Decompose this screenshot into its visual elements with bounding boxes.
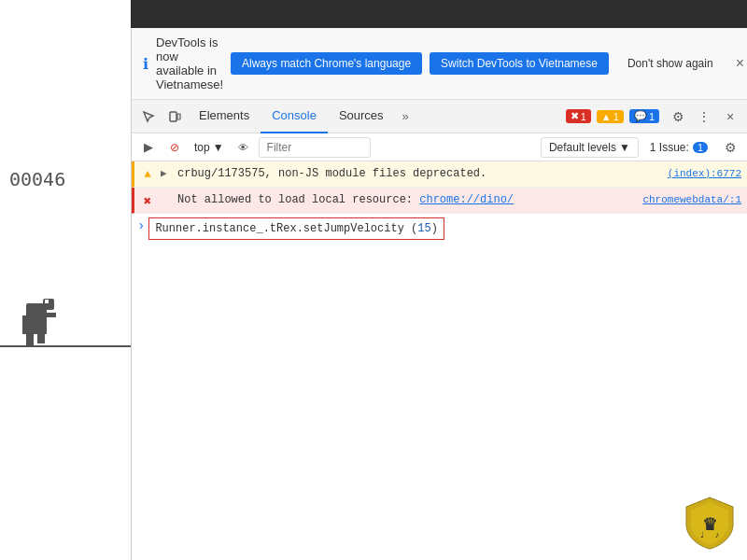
shield-icon: ♛ ♩ ♪ — [682, 495, 738, 551]
issues-label: 1 Issue: — [650, 141, 689, 154]
context-label: top — [194, 141, 210, 154]
error-badge: ✖ 1 — [566, 109, 591, 123]
eye-icon: 👁 — [238, 142, 248, 153]
console-row-error: ✖ ▶ Not allowed to load local resource: … — [132, 188, 747, 214]
inspect-icon — [142, 110, 155, 123]
error-message: Not allowed to load local resource: chro… — [177, 191, 633, 208]
warning-location[interactable]: (index):6772 — [668, 168, 741, 179]
clear-icon: ⊘ — [170, 141, 179, 154]
console-settings-icon: ⚙ — [725, 140, 737, 155]
devtools-close-button[interactable]: × — [717, 104, 743, 130]
badge-container: ✖ 1 ▲ 1 💬 1 — [566, 109, 659, 123]
lang-notification-text: DevTools is now available in Vietnamese! — [156, 35, 223, 91]
clear-console-button[interactable]: ⊘ — [163, 136, 186, 159]
tab-sources[interactable]: Sources — [328, 100, 395, 133]
warning-badge: ▲ 1 — [597, 110, 624, 123]
issues-badge-container: 1 Issue: 1 — [642, 139, 715, 156]
log-levels-selector[interactable]: Default levels ▼ — [541, 137, 639, 158]
warning-row-icon: ▲ — [140, 167, 155, 182]
inspect-element-button[interactable] — [135, 104, 162, 130]
device-toolbar-button[interactable] — [162, 104, 188, 130]
score-display: 00046 — [9, 168, 65, 190]
input-message: Runner.instance_.tRex.setJumpVelocity (1… — [148, 217, 741, 240]
dino-sprite — [19, 299, 56, 345]
code-input-display: Runner.instance_.tRex.setJumpVelocity (1… — [148, 217, 444, 240]
game-area: 00046 — [0, 0, 131, 560]
console-secondary-toolbar: ▶ ⊘ top ▼ 👁 Default levels ▼ 1 Issue: 1 … — [132, 133, 747, 161]
execute-icon: ▶ — [144, 140, 153, 154]
devtools-panel: ℹ DevTools is now available in Vietnames… — [131, 28, 747, 560]
svg-rect-6 — [45, 300, 49, 303]
levels-label: Default levels — [549, 141, 616, 154]
svg-rect-5 — [47, 313, 56, 317]
dont-show-again-button[interactable]: Don't show again — [616, 52, 725, 75]
notification-close-button[interactable]: × — [732, 55, 747, 72]
ground-line — [0, 345, 131, 347]
info-icon: ℹ — [143, 55, 148, 73]
device-icon — [168, 110, 181, 123]
svg-rect-8 — [177, 114, 180, 119]
devtools-main-toolbar: Elements Console Sources » ✖ 1 ▲ 1 💬 1 ⚙… — [132, 100, 747, 133]
console-row-warning: ▲ ▶ crbug/1173575, non-JS module files d… — [132, 161, 747, 188]
execute-script-button[interactable]: ▶ — [137, 136, 160, 159]
error-icon: ✖ — [571, 110, 579, 122]
more-tabs-button[interactable]: » — [395, 104, 416, 129]
console-output-area: ▲ ▶ crbug/1173575, non-JS module files d… — [132, 161, 747, 560]
levels-dropdown-icon: ▼ — [619, 141, 630, 154]
message-icon: 💬 — [634, 110, 647, 122]
warning-icon: ▲ — [601, 111, 612, 122]
console-settings-button[interactable]: ⚙ — [719, 136, 741, 159]
message-badge: 💬 1 — [629, 109, 659, 123]
context-selector[interactable]: top ▼ — [190, 139, 229, 156]
tab-console[interactable]: Console — [261, 100, 328, 133]
console-row-input: › Runner.instance_.tRex.setJumpVelocity … — [132, 214, 747, 244]
warning-message: crbug/1173575, non-JS module files depre… — [177, 165, 658, 182]
live-expression-button[interactable]: 👁 — [233, 136, 255, 159]
svg-rect-2 — [22, 315, 47, 334]
lang-notification-bar: ℹ DevTools is now available in Vietnames… — [132, 28, 747, 100]
svg-text:♪: ♪ — [715, 530, 720, 539]
match-language-button[interactable]: Always match Chrome's language — [231, 52, 422, 75]
error-link[interactable]: chrome://dino/ — [419, 193, 514, 206]
input-prompt: › — [137, 218, 145, 233]
context-dropdown-icon: ▼ — [213, 141, 224, 154]
watermark-logo: ♛ ♩ ♪ — [682, 495, 738, 551]
svg-rect-4 — [37, 334, 45, 343]
error-row-icon: ✖ — [140, 193, 155, 208]
tab-elements[interactable]: Elements — [188, 100, 261, 133]
issues-count: 1 — [693, 142, 708, 153]
error-location[interactable]: chromewebdata/:1 — [642, 194, 741, 205]
svg-text:♩: ♩ — [700, 530, 704, 539]
expand-icon[interactable]: ▶ — [161, 167, 174, 180]
devtools-settings-button[interactable]: ⚙ — [665, 104, 691, 130]
switch-devtools-language-button[interactable]: Switch DevTools to Vietnamese — [430, 52, 609, 75]
console-filter-input[interactable] — [259, 137, 371, 158]
devtools-more-options-button[interactable]: ⋮ — [691, 104, 717, 130]
svg-rect-7 — [170, 112, 176, 121]
svg-rect-3 — [26, 334, 34, 345]
